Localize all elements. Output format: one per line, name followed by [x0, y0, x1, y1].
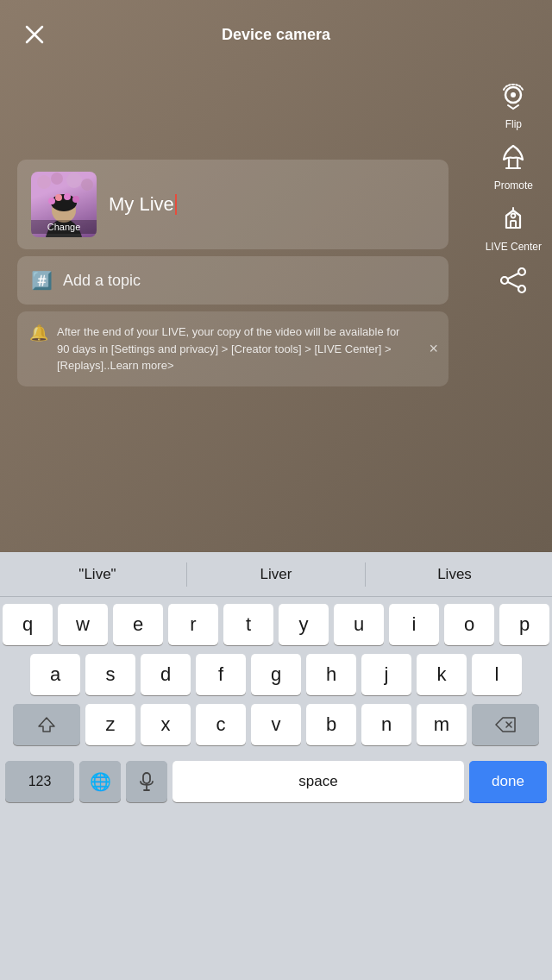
flip-icon [494, 78, 532, 116]
keyboard-row-3: z x c v b n m [3, 704, 549, 745]
key-r[interactable]: r [168, 604, 218, 645]
key-a[interactable]: a [30, 654, 80, 695]
notification-text: After the end of your LIVE, your copy of… [57, 324, 414, 374]
key-e[interactable]: e [113, 604, 163, 645]
key-l[interactable]: l [472, 654, 522, 695]
close-button[interactable] [17, 17, 52, 52]
key-k[interactable]: k [417, 654, 467, 695]
keyboard-bottom-row: 123 🌐 space done [3, 754, 549, 802]
text-cursor [175, 194, 177, 215]
live-thumbnail[interactable]: Change [31, 172, 97, 237]
key-h[interactable]: h [306, 654, 356, 695]
microphone-key[interactable] [126, 761, 167, 802]
keyboard-rows: q w e r t y u i o p a s d f g h j k l [0, 597, 552, 802]
key-o[interactable]: o [444, 604, 494, 645]
keyboard-area: "Live" Liver Lives q w e r t y u i o p a… [0, 552, 552, 980]
key-n[interactable]: n [361, 704, 411, 745]
live-center-label: LIVE Center [486, 241, 542, 253]
key-s[interactable]: s [85, 654, 135, 695]
autocomplete-live-quoted[interactable]: "Live" [9, 559, 186, 590]
svg-point-12 [51, 173, 63, 185]
key-i[interactable]: i [389, 604, 439, 645]
key-q[interactable]: q [3, 604, 53, 645]
autocomplete-lives[interactable]: Lives [366, 559, 543, 590]
top-bar: Device camera [0, 0, 552, 69]
cards-container: Change My Live #️⃣ Add a topic 🔔 After t… [17, 160, 448, 386]
topic-emoji: #️⃣ [31, 270, 53, 291]
add-topic-text: Add a topic [63, 272, 141, 290]
key-v[interactable]: v [251, 704, 301, 745]
svg-point-3 [511, 92, 516, 97]
svg-point-21 [72, 196, 79, 203]
globe-key[interactable]: 🌐 [79, 761, 121, 802]
live-center-button[interactable]: LIVE Center [486, 200, 542, 253]
svg-point-14 [81, 179, 93, 191]
add-topic-card[interactable]: #️⃣ Add a topic [17, 256, 448, 305]
share-button[interactable] [494, 261, 532, 299]
promote-label: Promote [494, 179, 533, 192]
notification-close-button[interactable]: × [429, 340, 438, 358]
right-sidebar: Flip Promote [486, 78, 542, 299]
live-title-value: My Live [109, 193, 174, 216]
svg-point-11 [37, 175, 51, 189]
key-x[interactable]: x [141, 704, 191, 745]
svg-point-5 [511, 214, 516, 218]
key-d[interactable]: d [141, 654, 191, 695]
autocomplete-bar: "Live" Liver Lives [0, 552, 552, 597]
key-j[interactable]: j [361, 654, 411, 695]
svg-point-6 [518, 268, 525, 275]
key-w[interactable]: w [58, 604, 108, 645]
key-m[interactable]: m [417, 704, 467, 745]
page-title: Device camera [222, 26, 330, 44]
key-c[interactable]: c [196, 704, 246, 745]
svg-point-13 [66, 173, 82, 188]
done-key[interactable]: done [469, 761, 547, 802]
live-title-card[interactable]: Change My Live [17, 160, 448, 249]
svg-rect-24 [143, 773, 150, 783]
svg-line-10 [508, 282, 518, 287]
key-g[interactable]: g [251, 654, 301, 695]
promote-button[interactable]: Promote [494, 139, 533, 192]
live-center-icon [494, 200, 532, 238]
autocomplete-liver[interactable]: Liver [187, 559, 365, 590]
change-label[interactable]: Change [31, 220, 97, 234]
key-t[interactable]: t [223, 604, 273, 645]
svg-point-7 [501, 277, 508, 284]
svg-point-8 [518, 286, 525, 292]
notification-card: 🔔 After the end of your LIVE, your copy … [17, 311, 448, 386]
shift-key[interactable] [13, 704, 80, 745]
backspace-key[interactable] [472, 704, 539, 745]
keyboard-row-2: a s d f g h j k l [3, 654, 549, 695]
live-title-input[interactable]: My Live [109, 193, 177, 216]
svg-point-18 [48, 198, 55, 204]
camera-preview: Device camera Flip [0, 0, 552, 552]
numbers-key[interactable]: 123 [5, 761, 74, 802]
key-y[interactable]: y [279, 604, 329, 645]
svg-point-19 [55, 194, 62, 201]
svg-line-9 [508, 273, 518, 279]
key-z[interactable]: z [85, 704, 135, 745]
keyboard-row-1: q w e r t y u i o p [3, 604, 549, 645]
flip-button[interactable]: Flip [494, 78, 532, 130]
bell-icon: 🔔 [29, 324, 48, 342]
flip-label: Flip [505, 118, 522, 130]
key-b[interactable]: b [306, 704, 356, 745]
promote-icon [494, 139, 532, 177]
key-u[interactable]: u [334, 604, 384, 645]
svg-rect-4 [511, 221, 516, 228]
svg-point-20 [64, 193, 71, 200]
space-key[interactable]: space [172, 761, 464, 802]
share-icon [494, 261, 532, 299]
key-p[interactable]: p [499, 604, 549, 645]
key-f[interactable]: f [196, 654, 246, 695]
